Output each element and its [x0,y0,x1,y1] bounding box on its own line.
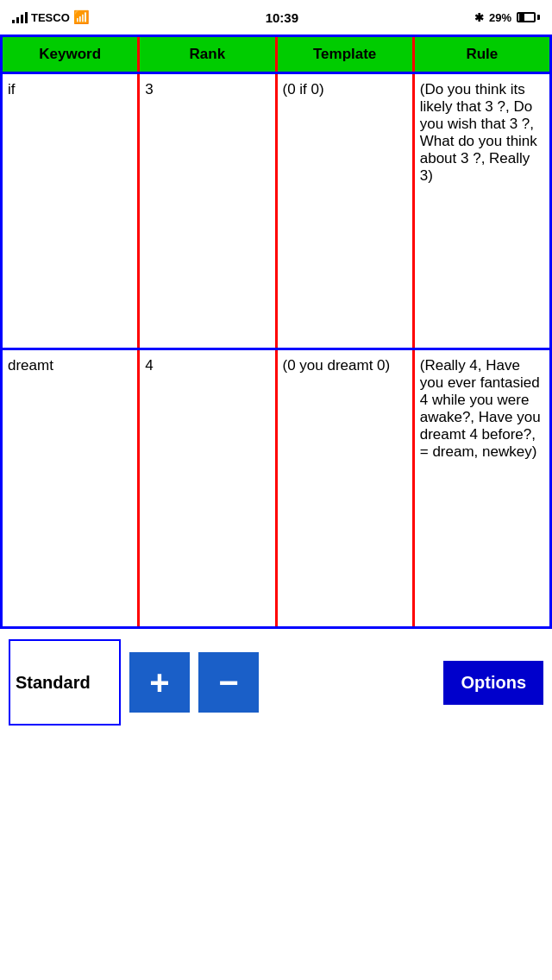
clock: 10:39 [266,10,298,25]
options-button[interactable]: Options [443,661,543,705]
header-keyword: Keyword [3,37,140,72]
toolbar: Standard + − Options [0,632,552,732]
cell-template-1: (0 you dreamt 0) [278,350,415,626]
cell-rank-1: 4 [140,350,277,626]
add-icon: + [149,665,169,700]
cell-rank-0: 3 [140,74,277,348]
cell-keyword-1: dreamt [3,350,140,626]
battery-icon [517,12,540,22]
remove-button[interactable]: − [198,652,259,713]
header-rule: Rule [415,37,549,72]
standard-box[interactable]: Standard [9,639,121,726]
battery-percentage: 29% [489,11,511,24]
header-template: Template [278,37,415,72]
status-right: ✱ 29% [474,11,540,24]
wifi-icon: 📶 [73,9,90,25]
status-left: TESCO 📶 [12,9,90,25]
data-table: Keyword Rank Template Rule if 3 (0 if 0)… [0,35,552,629]
cell-rule-1: (Really 4, Have you ever fantasied 4 whi… [415,350,549,626]
table-row: dreamt 4 (0 you dreamt 0) (Really 4, Hav… [3,350,549,626]
minus-icon: − [218,665,238,700]
header-rank: Rank [140,37,277,72]
cell-keyword-0: if [3,74,140,348]
table-row: if 3 (0 if 0) (Do you think its likely t… [3,74,549,350]
signal-bars-icon [12,11,28,23]
status-bar: TESCO 📶 10:39 ✱ 29% [0,0,552,35]
table-header: Keyword Rank Template Rule [3,37,549,74]
bluetooth-icon: ✱ [474,11,484,24]
cell-rule-0: (Do you think its likely that 3 ?, Do yo… [415,74,549,348]
standard-label: Standard [16,673,91,693]
cell-template-0: (0 if 0) [278,74,415,348]
carrier-label: TESCO [31,11,70,24]
add-button[interactable]: + [129,652,190,713]
